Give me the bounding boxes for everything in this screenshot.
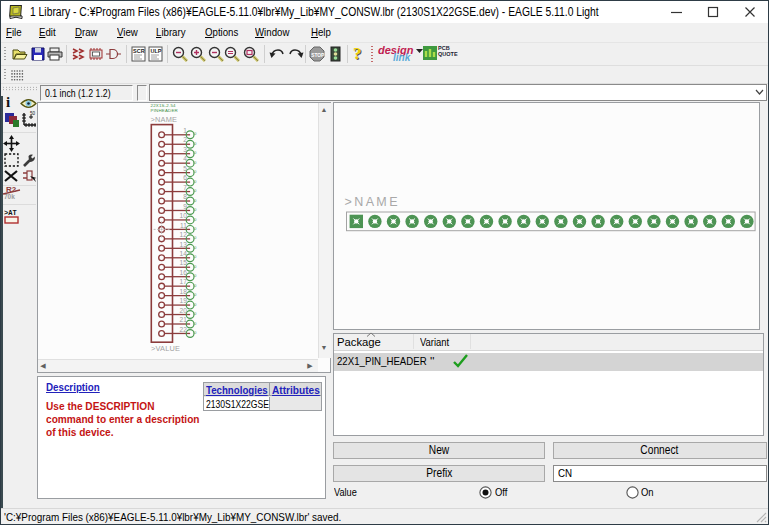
svg-text:0: 0 (194, 179, 197, 184)
svg-text:0: 0 (194, 245, 197, 250)
svg-text:STOP: STOP (311, 53, 325, 58)
svg-text:0: 0 (194, 283, 197, 288)
svg-text:17: 17 (180, 278, 188, 285)
svg-text:0: 0 (194, 273, 197, 278)
svg-text:14: 14 (180, 250, 188, 257)
svg-text:>VALUE: >VALUE (151, 344, 180, 353)
svg-text:0: 0 (194, 330, 197, 335)
svg-text:0: 0 (194, 198, 197, 203)
svg-text:3: 3 (183, 146, 187, 153)
svg-text:SCR: SCR (133, 48, 145, 54)
svg-text:10: 10 (180, 212, 188, 219)
svg-text:16: 16 (180, 269, 188, 276)
svg-text:0: 0 (194, 188, 197, 193)
svg-text:12: 12 (180, 231, 188, 238)
svg-text:50: 50 (30, 111, 36, 116)
svg-text:8: 8 (183, 193, 187, 200)
svg-text:18: 18 (180, 288, 188, 295)
svg-text:0: 0 (194, 207, 197, 212)
svg-text:>NAME: >NAME (344, 195, 399, 209)
svg-text:>NAME: >NAME (151, 115, 178, 124)
svg-text:0: 0 (194, 131, 197, 136)
svg-text:0: 0 (194, 235, 197, 240)
svg-text:20: 20 (180, 307, 188, 314)
svg-text:0: 0 (194, 150, 197, 155)
svg-text:0: 0 (194, 321, 197, 326)
svg-text:0: 0 (194, 226, 197, 231)
svg-text:0: 0 (194, 160, 197, 165)
svg-text:0: 0 (194, 254, 197, 259)
svg-text:9: 9 (183, 203, 187, 210)
svg-text:22: 22 (180, 326, 188, 333)
svg-text:0: 0 (194, 292, 197, 297)
svg-text:0: 0 (194, 169, 197, 174)
svg-text:6: 6 (183, 174, 187, 181)
svg-text:7: 7 (183, 184, 187, 191)
svg-text:ULP: ULP (151, 48, 162, 54)
svg-text:PINHEADER: PINHEADER (151, 108, 178, 113)
svg-text:19: 19 (180, 297, 188, 304)
svg-text:11: 11 (180, 222, 187, 229)
svg-text:5: 5 (183, 165, 187, 172)
svg-text:4: 4 (183, 155, 187, 162)
svg-text:15: 15 (180, 259, 188, 266)
svg-text:2: 2 (183, 136, 187, 143)
svg-text:13: 13 (180, 241, 188, 248)
svg-text:0: 0 (194, 141, 197, 146)
svg-text:0: 0 (194, 217, 197, 222)
svg-text:21: 21 (180, 316, 188, 323)
svg-text:0: 0 (194, 302, 197, 307)
svg-text:0: 0 (194, 264, 197, 269)
svg-text:1: 1 (183, 127, 187, 134)
svg-text:0: 0 (194, 311, 197, 316)
